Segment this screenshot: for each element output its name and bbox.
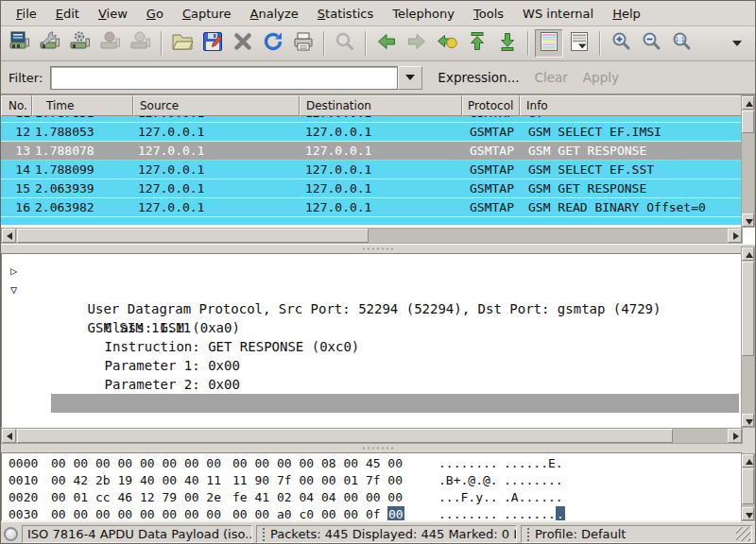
ascii-byte-selected[interactable]: . [556, 506, 565, 521]
detail-line-ip-partial[interactable]: Internet Protocol, Src: 127.0.0.1 (127.0… [2, 254, 742, 262]
menu-edit[interactable]: Edit [46, 3, 89, 25]
filter-history-dropdown[interactable] [398, 66, 422, 90]
hex-row-0030[interactable]: 0030 00 00 00 00 00 00 00 00 00 00 a0 c0… [2, 506, 742, 521]
menu-capture[interactable]: Capture [173, 3, 241, 25]
detail-line-apdu-payload-selected[interactable]: APDU Payload: 000000096f0704001500150102… [2, 394, 742, 413]
hex-bytes[interactable]: 00 42 2b 19 40 00 40 11 [51, 472, 221, 489]
ascii-bytes[interactable]: ........ [438, 455, 498, 472]
auto-scroll-button[interactable] [565, 29, 593, 58]
ascii-bytes[interactable]: .A...... [504, 489, 563, 506]
hex-bytes[interactable]: 00 01 cc 46 12 79 00 2e [51, 489, 221, 506]
detail-line-parameter1[interactable]: Parameter 1: 0x00 [2, 337, 742, 356]
menu-go[interactable]: Go [137, 3, 173, 25]
apply-button[interactable]: Apply [583, 70, 619, 85]
ascii-bytes[interactable]: .B+.@.@. [438, 472, 498, 489]
find-packet-button[interactable] [331, 29, 359, 58]
column-header-source[interactable]: Source [133, 95, 300, 116]
scroll-thumb[interactable] [742, 262, 754, 356]
expander-collapsed-icon[interactable] [10, 262, 17, 280]
capture-start-button[interactable] [66, 29, 94, 58]
menu-analyze[interactable]: Analyze [241, 3, 308, 25]
scroll-down-button[interactable] [742, 507, 754, 520]
hex-bytes[interactable]: fe 41 02 04 04 00 00 00 [232, 489, 403, 506]
save-file-button[interactable] [198, 29, 227, 58]
scroll-right-button[interactable] [728, 229, 742, 243]
go-forward-button[interactable] [403, 29, 431, 58]
packet-row-11-partial[interactable]: 11 1.787851 127.0.0.1 127.0.0.1 GSMTAP G… [1, 116, 743, 123]
capture-stop-button[interactable] [96, 29, 125, 58]
menu-file[interactable]: File [7, 3, 46, 25]
hex-bytes[interactable]: 11 90 7f 00 00 01 7f 00 [232, 472, 403, 489]
zoom-actual-size-button[interactable]: 1:1 [667, 29, 696, 58]
scroll-down-button[interactable] [742, 213, 754, 227]
go-to-bottom-button[interactable] [493, 29, 522, 58]
detail-line-status-word[interactable]: Status Word: Normal ending of command wi… [2, 413, 742, 428]
ascii-bytes[interactable]: ......E. [504, 455, 563, 472]
column-header-destination[interactable]: Destination [300, 95, 462, 116]
hex-bytes[interactable]: 00 00 00 00 00 00 00 00 [51, 455, 221, 472]
details-vscrollbar[interactable] [741, 246, 755, 428]
detail-line-parameter2[interactable]: Parameter 2: 0x00 [2, 356, 742, 375]
menu-statistics[interactable]: Statistics [308, 3, 383, 25]
capture-restart-button[interactable] [127, 29, 155, 58]
pane-splitter[interactable] [1, 444, 755, 452]
go-to-top-button[interactable] [463, 29, 491, 58]
hex-bytes[interactable]: 00 00 a0 c0 00 00 0f [232, 506, 381, 521]
hex-byte-selected[interactable]: 00 [387, 506, 404, 521]
packet-row-15[interactable]: 15 2.063939 127.0.0.1 127.0.0.1 GSMTAP G… [1, 179, 743, 198]
expander-expanded-icon[interactable] [10, 280, 17, 299]
ascii-bytes[interactable]: ....... [504, 506, 556, 521]
hex-vscrollbar[interactable] [741, 453, 755, 521]
detail-line-length[interactable]: Length (Parameter 3): 0x0f [2, 375, 742, 394]
column-header-protocol[interactable]: Protocol [462, 95, 520, 116]
resize-grip[interactable] [736, 527, 750, 541]
packet-row-14[interactable]: 14 1.788099 127.0.0.1 127.0.0.1 GSMTAP G… [1, 161, 743, 179]
column-header-time[interactable]: Time [32, 95, 133, 116]
clear-button[interactable]: Clear [535, 70, 568, 85]
toolbar-overflow-caret[interactable] [732, 41, 742, 46]
go-to-packet-button[interactable] [433, 29, 461, 58]
detail-line-gsm-sim[interactable]: GSM SIM 11.11 [2, 280, 742, 299]
scroll-down-button[interactable] [742, 414, 754, 427]
expert-info-icon[interactable] [4, 527, 18, 541]
detail-line-udp[interactable]: User Datagram Protocol, Src Port: 52294 … [2, 262, 742, 280]
menu-ws-internal[interactable]: WS internal [513, 3, 603, 25]
profile-text[interactable]: Profile: Default [535, 527, 626, 541]
expression-button[interactable]: Expression... [438, 70, 519, 85]
close-file-button[interactable] [229, 29, 257, 58]
scroll-thumb[interactable] [742, 468, 754, 504]
menu-tools[interactable]: Tools [464, 3, 513, 25]
filter-input[interactable] [50, 66, 398, 90]
packet-row-13-selected[interactable]: 13 1.788078 127.0.0.1 127.0.0.1 GSMTAP G… [1, 142, 743, 161]
hex-row-0010[interactable]: 0010 00 42 2b 19 40 00 40 11 11 90 7f 00… [2, 472, 742, 489]
scroll-left-button[interactable] [2, 429, 16, 443]
open-file-button[interactable] [168, 29, 197, 58]
reload-button[interactable] [259, 29, 287, 58]
ascii-bytes[interactable]: ........ [504, 472, 563, 489]
scroll-thumb[interactable] [17, 429, 673, 443]
column-header-no[interactable]: No. [1, 95, 32, 116]
hex-bytes[interactable]: 00 00 00 00 00 00 00 00 [51, 506, 221, 521]
details-hscrollbar[interactable] [1, 428, 743, 444]
menu-view[interactable]: View [89, 3, 137, 25]
pane-splitter[interactable] [1, 245, 755, 253]
menu-help[interactable]: Help [603, 3, 650, 25]
hex-row-0020[interactable]: 0020 00 01 cc 46 12 79 00 2e fe 41 02 04… [2, 489, 742, 506]
scroll-right-button[interactable] [728, 429, 742, 443]
column-header-info[interactable]: Info [520, 95, 743, 116]
zoom-out-button[interactable] [637, 29, 665, 58]
hex-row-0000[interactable]: 0000 00 00 00 00 00 00 00 00 00 00 00 00… [2, 455, 742, 472]
scroll-up-button[interactable] [742, 454, 754, 468]
capture-options-button[interactable] [36, 29, 64, 58]
scroll-up-button[interactable] [742, 96, 754, 110]
scroll-up-button[interactable] [742, 247, 754, 261]
list-interfaces-button[interactable] [6, 29, 34, 58]
scroll-left-button[interactable] [2, 229, 16, 243]
ascii-bytes[interactable]: ........ [438, 506, 498, 521]
detail-line-instruction[interactable]: Instruction: GET RESPONSE (0xc0) [2, 318, 742, 337]
ascii-bytes[interactable]: ...F.y.. [438, 489, 498, 506]
scroll-thumb[interactable] [742, 110, 754, 133]
detail-line-class[interactable]: Class: GSM (0xa0) [2, 299, 742, 318]
hex-bytes[interactable]: 00 00 00 00 08 00 45 00 [232, 455, 403, 472]
packet-row-17-partial[interactable] [1, 217, 743, 226]
